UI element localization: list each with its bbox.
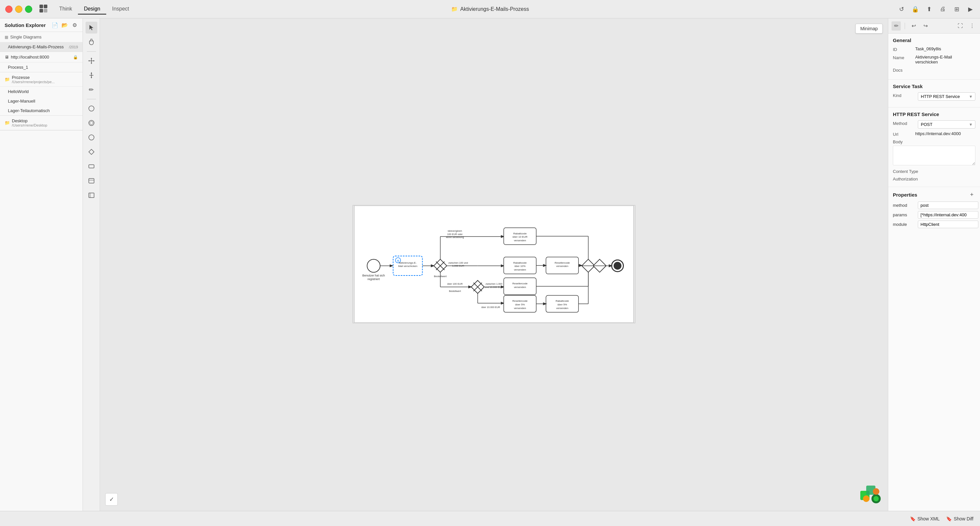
sidebar-title: Solution Explorer	[5, 22, 46, 28]
bpmn-diagram: Benutzer hat sich registriert ⚙ Aktivier…	[353, 205, 635, 324]
body-label: Body	[893, 139, 975, 144]
app-logo	[39, 4, 48, 14]
prop-value-module[interactable]	[918, 221, 978, 228]
hand-tool[interactable]	[86, 36, 97, 48]
undo-icon[interactable]: ↩	[909, 21, 918, 30]
tab-inspect[interactable]: Inspect	[106, 4, 135, 14]
pencil-icon[interactable]: ✏	[891, 21, 901, 30]
process1-label: Process_1	[8, 65, 28, 70]
server-icon: 🖥	[5, 54, 9, 59]
minimize-button[interactable]	[15, 6, 22, 13]
method-row: Method POST GET PUT DELETE ▼	[893, 120, 975, 129]
sidebar-settings-icon[interactable]: ⚙	[72, 22, 78, 28]
more-icon[interactable]: ⋮	[967, 21, 977, 30]
prop-value-method[interactable]	[918, 202, 978, 209]
minimap-button[interactable]: Minimap	[855, 24, 883, 33]
titlebar-tabs: Think Design Inspect	[53, 4, 135, 14]
svg-text:versenden: versenden	[514, 239, 526, 242]
svg-text:keine Bestellung: keine Bestellung	[446, 236, 464, 239]
method-select-wrapper[interactable]: POST GET PUT DELETE ▼	[918, 120, 975, 129]
new-folder-icon[interactable]: 📂	[62, 22, 68, 28]
select-tool[interactable]	[86, 22, 97, 33]
kind-select[interactable]: HTTP REST Service	[918, 92, 975, 100]
rect-tool[interactable]	[86, 161, 97, 172]
prop-row-method: method ✕	[893, 202, 975, 209]
rect-lane-tool[interactable]	[86, 189, 97, 201]
prozesse-path: /Users/rrrene/projects/pe...	[12, 80, 54, 84]
sidebar-item-badge: /2019	[69, 45, 78, 49]
content-type-label: Content Type	[893, 169, 975, 174]
service-task-title: Service Task	[893, 84, 975, 89]
folder-prozesse-icon: 📁	[5, 77, 10, 82]
svg-point-14	[89, 106, 94, 111]
save-icon[interactable]: 🔒	[911, 5, 920, 13]
sidebar-item-label: Aktivierungs-E-Mails-Prozess	[8, 44, 64, 49]
show-xml-button[interactable]: 🔖 Show XML	[910, 516, 940, 521]
svg-text:und 10.000 EUR: und 10.000 EUR	[485, 286, 503, 289]
url-label: Url	[893, 131, 913, 137]
method-select[interactable]: POST GET PUT DELETE	[918, 120, 975, 129]
refresh-icon[interactable]: ↺	[897, 5, 906, 13]
titlebar-actions: ↺ 🔒 ⬆ 🖨 ⊞ ▶	[897, 5, 975, 13]
maximize-button[interactable]	[25, 6, 32, 13]
http-rest-section: HTTP REST Service Method POST GET PUT DE…	[888, 108, 980, 187]
add-property-button[interactable]: +	[968, 191, 975, 198]
circle-outline-tool[interactable]	[86, 132, 97, 143]
sidebar-item-aktivierungs[interactable]: Aktivierungs-E-Mails-Prozess /2019	[0, 42, 83, 52]
authorization-section: Authorization	[893, 176, 975, 181]
svg-text:Mail verschicken: Mail verschicken	[398, 265, 417, 268]
rect-task-tool[interactable]	[86, 175, 97, 187]
svg-point-104	[873, 488, 879, 495]
svg-marker-9	[93, 60, 95, 62]
show-diff-button[interactable]: 🔖 Show Diff	[946, 516, 974, 521]
svg-point-103	[863, 496, 870, 502]
svg-text:registriert: registriert	[368, 278, 380, 281]
kind-select-wrapper[interactable]: HTTP REST Service ▼	[918, 92, 975, 100]
body-section: Body	[893, 139, 975, 166]
diamond-tool[interactable]	[86, 146, 97, 158]
svg-point-15	[89, 120, 94, 126]
svg-rect-19	[89, 165, 94, 168]
grid-small-icon: ▦	[5, 35, 8, 40]
prozesse-label: Prozesse	[12, 75, 54, 80]
check-button[interactable]: ✓	[105, 493, 118, 505]
sidebar-item-process1[interactable]: Process_1	[0, 62, 83, 72]
sidebar-item-helloworld[interactable]: HelloWorld	[0, 87, 83, 96]
svg-text:100 EUR oder: 100 EUR oder	[447, 233, 463, 236]
body-textarea[interactable]	[893, 146, 975, 165]
grid-icon[interactable]: ⊞	[952, 5, 961, 13]
print-icon[interactable]: 🖨	[939, 5, 947, 13]
prop-value-params[interactable]	[918, 211, 978, 219]
svg-point-25	[367, 259, 380, 273]
svg-marker-18	[89, 149, 94, 154]
close-button[interactable]	[5, 6, 13, 13]
circle-double-tool[interactable]	[86, 117, 97, 129]
bottom-bar: 🔖 Show XML 🔖 Show Diff	[0, 511, 980, 526]
new-file-icon[interactable]: 📄	[52, 22, 58, 28]
kind-row: Kind HTTP REST Service ▼	[893, 92, 975, 100]
svg-text:über 5%: über 5%	[515, 303, 525, 306]
svg-marker-13	[91, 77, 92, 79]
sidebar-server-header: 🖥 http://localhost:8000 🔒	[0, 52, 83, 62]
name-row: Name Aktivierungs-E-Mail verschicken	[893, 54, 975, 64]
pen-tool[interactable]: ✏	[86, 84, 97, 96]
prop-key-method: method	[893, 203, 916, 208]
sidebar-item-lager-manuell[interactable]: Lager-Manuell	[0, 96, 83, 106]
sidebar-item-lager-teilauto[interactable]: Lager-Teilautomatisch	[0, 106, 83, 115]
tab-think[interactable]: Think	[53, 4, 78, 14]
move-tool[interactable]	[86, 55, 97, 67]
right-panel: ✏ ↩ ↪ ⛶ ⋮ General ID Task_069y8is Name A…	[888, 18, 980, 511]
circle-tool[interactable]	[86, 103, 97, 114]
titlebar: Think Design Inspect 📁 Aktivierungs-E-Ma…	[0, 0, 980, 18]
svg-marker-6	[91, 57, 92, 59]
canvas-area[interactable]: Minimap Benutzer hat sich registriert ⚙ …	[100, 18, 888, 511]
upload-icon[interactable]: ⬆	[925, 5, 933, 13]
play-icon[interactable]: ▶	[966, 5, 975, 13]
expand-icon[interactable]: ⛶	[956, 21, 965, 30]
url-input[interactable]	[915, 131, 975, 136]
resize-tool[interactable]	[86, 69, 97, 81]
redo-icon[interactable]: ↪	[921, 21, 930, 30]
tab-design[interactable]: Design	[78, 4, 106, 14]
svg-text:Resellercode: Resellercode	[555, 261, 570, 264]
titlebar-title-area: 📁 Aktivierungs-E-Mails-Prozess	[451, 6, 529, 12]
